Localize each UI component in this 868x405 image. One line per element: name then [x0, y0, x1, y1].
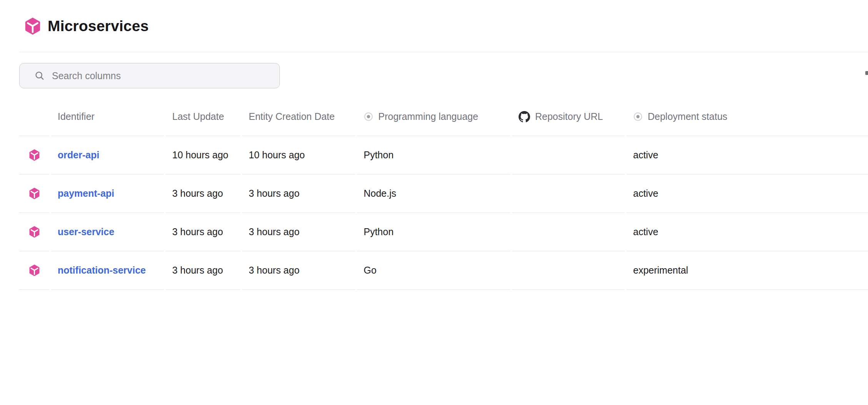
column-header-icon: [19, 98, 49, 136]
column-header-created[interactable]: Entity Creation Date: [242, 98, 355, 136]
cutoff-edge-icon[interactable]: [865, 71, 868, 75]
table-row: notification-service3 hours ago3 hours a…: [19, 251, 868, 290]
identifier-link[interactable]: notification-service: [58, 265, 146, 276]
deployment-status-cell-value: experimental: [633, 265, 688, 276]
select-option-icon: [633, 112, 643, 121]
last-update-cell-value: 10 hours ago: [172, 149, 228, 161]
row-cube-icon: [28, 264, 40, 277]
repository-url-cell: [512, 136, 625, 174]
repository-url-cell: [512, 251, 625, 290]
creation-date-cell-value: 3 hours ago: [249, 265, 299, 276]
last-update-cell: 10 hours ago: [166, 136, 240, 174]
identifier-link[interactable]: order-api: [58, 149, 99, 161]
deployment-status-cell: active: [627, 174, 868, 213]
language-cell: Python: [357, 213, 510, 251]
creation-date-cell-value: 10 hours ago: [249, 149, 305, 161]
row-cube-icon: [28, 149, 40, 161]
last-update-cell: 3 hours ago: [166, 174, 240, 213]
microservice-cube-icon: [24, 17, 42, 35]
creation-date-cell: 3 hours ago: [242, 174, 355, 213]
creation-date-cell: 10 hours ago: [242, 136, 355, 174]
search-box[interactable]: [19, 63, 280, 88]
deployment-status-cell: active: [627, 213, 868, 251]
identifier-cell: payment-api: [51, 174, 164, 213]
row-cube-icon: [28, 187, 40, 200]
language-cell-value: Python: [364, 226, 394, 237]
last-update-cell-value: 3 hours ago: [172, 188, 223, 199]
identifier-cell: notification-service: [51, 251, 164, 290]
service-icon-cell: [19, 213, 49, 251]
table-header-row: IdentifierLast UpdateEntity Creation Dat…: [19, 98, 868, 136]
select-option-icon: [364, 112, 373, 121]
language-cell-value: Python: [364, 149, 394, 161]
identifier-link[interactable]: user-service: [58, 226, 114, 237]
services-table: IdentifierLast UpdateEntity Creation Dat…: [19, 98, 868, 290]
last-update-cell-value: 3 hours ago: [172, 265, 223, 276]
search-icon: [34, 70, 45, 81]
language-cell: Go: [357, 251, 510, 290]
language-cell-value: Node.js: [364, 188, 396, 199]
creation-date-cell: 3 hours ago: [242, 213, 355, 251]
column-header-label: Repository URL: [535, 111, 603, 122]
last-update-cell: 3 hours ago: [166, 213, 240, 251]
deployment-status-cell-value: active: [633, 226, 658, 237]
repository-url-cell: [512, 213, 625, 251]
service-icon-cell: [19, 174, 49, 213]
github-icon: [519, 111, 530, 123]
column-header-label: Identifier: [58, 111, 95, 122]
column-header-status[interactable]: Deployment status: [627, 98, 868, 136]
column-header-language[interactable]: Programming language: [357, 98, 510, 136]
creation-date-cell-value: 3 hours ago: [249, 188, 299, 199]
row-cube-icon: [28, 226, 40, 238]
deployment-status-cell: active: [627, 136, 868, 174]
column-header-last_update[interactable]: Last Update: [166, 98, 240, 136]
last-update-cell-value: 3 hours ago: [172, 226, 223, 237]
table-body: order-api10 hours ago10 hours agoPythona…: [19, 136, 868, 290]
column-header-label: Deployment status: [648, 111, 727, 122]
last-update-cell: 3 hours ago: [166, 251, 240, 290]
column-header-label: Last Update: [172, 111, 224, 122]
deployment-status-cell: experimental: [627, 251, 868, 290]
toolbar: [19, 63, 868, 89]
deployment-status-cell-value: active: [633, 188, 658, 199]
column-header-label: Entity Creation Date: [249, 111, 335, 122]
column-header-label: Programming language: [378, 111, 478, 122]
service-icon-cell: [19, 251, 49, 290]
language-cell-value: Go: [364, 265, 376, 276]
language-cell: Python: [357, 136, 510, 174]
header-divider: [19, 52, 868, 52]
page-header: Microservices: [0, 0, 868, 52]
language-cell: Node.js: [357, 174, 510, 213]
repository-url-cell: [512, 174, 625, 213]
column-header-identifier[interactable]: Identifier: [51, 98, 164, 136]
table-row: user-service3 hours ago3 hours agoPython…: [19, 213, 868, 251]
column-header-repo[interactable]: Repository URL: [512, 98, 625, 136]
table-row: payment-api3 hours ago3 hours agoNode.js…: [19, 174, 868, 213]
identifier-link[interactable]: payment-api: [58, 188, 114, 199]
identifier-cell: user-service: [51, 213, 164, 251]
search-input[interactable]: [45, 63, 279, 88]
service-icon-cell: [19, 136, 49, 174]
identifier-cell: order-api: [51, 136, 164, 174]
table-row: order-api10 hours ago10 hours agoPythona…: [19, 136, 868, 174]
deployment-status-cell-value: active: [633, 149, 658, 161]
page-title: Microservices: [48, 18, 149, 35]
creation-date-cell: 3 hours ago: [242, 251, 355, 290]
creation-date-cell-value: 3 hours ago: [249, 226, 299, 237]
